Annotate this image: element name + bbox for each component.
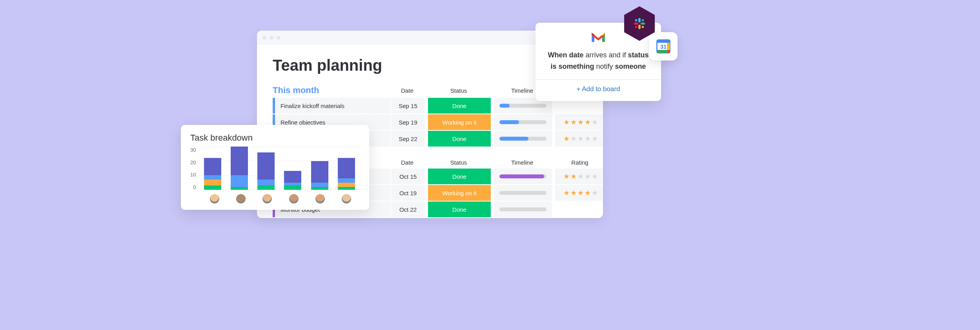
star-icon: ★ <box>570 189 577 197</box>
bar-segment <box>311 187 328 190</box>
star-icon: ★ <box>577 189 584 197</box>
date-cell[interactable]: Sep 15 <box>391 98 425 114</box>
group-name[interactable]: This month <box>273 85 390 95</box>
avatar <box>315 194 325 204</box>
column-header-date[interactable]: Date <box>390 87 424 94</box>
status-cell[interactable]: Working on it <box>428 114 491 130</box>
column-header-status[interactable]: Status <box>427 159 490 166</box>
star-icon: ★ <box>585 172 591 181</box>
star-icon: ★ <box>570 118 577 126</box>
chart-title: Task breakdown <box>190 133 360 143</box>
column-header-date[interactable]: Date <box>390 159 424 166</box>
star-icon: ★ <box>563 189 570 197</box>
star-icon: ★ <box>563 172 570 181</box>
date-cell[interactable]: Oct 15 <box>391 169 425 184</box>
stacked-bar <box>284 171 301 190</box>
timeline-cell[interactable] <box>494 202 552 217</box>
bar-segment <box>311 161 328 183</box>
svg-point-6 <box>642 26 644 28</box>
rating-cell[interactable]: ★★★★★ <box>555 131 603 147</box>
svg-point-4 <box>635 19 638 22</box>
bar-segment <box>284 185 301 190</box>
star-icon: ★ <box>585 189 591 197</box>
star-icon: ★ <box>577 172 584 181</box>
add-to-board-button[interactable]: + Add to board <box>546 85 651 93</box>
automation-recipe-text: When date arrives and if status is somet… <box>546 50 651 72</box>
bar-segment <box>204 180 221 185</box>
avatar <box>236 194 246 204</box>
svg-point-7 <box>635 26 638 28</box>
date-cell[interactable]: Oct 22 <box>391 202 425 217</box>
bar-segment <box>204 175 221 180</box>
bar-segment <box>231 147 248 175</box>
window-dot <box>262 36 266 40</box>
svg-text:31: 31 <box>660 44 667 50</box>
avatar <box>289 194 299 204</box>
bar-segment <box>311 183 328 187</box>
status-cell[interactable]: Done <box>428 131 491 147</box>
date-cell[interactable]: Sep 22 <box>391 131 425 147</box>
y-tick-label: 0 <box>190 184 196 190</box>
star-icon: ★ <box>577 118 584 126</box>
bar-segment <box>284 183 301 185</box>
svg-point-5 <box>642 19 644 22</box>
task-breakdown-chart-card: Task breakdown 3020100 <box>181 125 369 210</box>
svg-rect-11 <box>657 50 667 53</box>
timeline-cell[interactable] <box>494 114 552 130</box>
date-cell[interactable]: Sep 19 <box>391 114 425 130</box>
status-cell[interactable]: Done <box>428 202 491 217</box>
svg-rect-2 <box>638 25 641 29</box>
bar-segment <box>338 178 355 183</box>
timeline-cell[interactable] <box>494 185 552 201</box>
status-cell[interactable]: Done <box>428 169 491 184</box>
status-cell[interactable]: Done <box>428 98 491 114</box>
rating-cell[interactable]: ★★★★★ <box>555 169 603 184</box>
bar-segment <box>257 185 275 190</box>
svg-rect-10 <box>667 50 670 53</box>
stacked-bar <box>231 147 248 190</box>
star-icon: ★ <box>563 118 570 126</box>
star-icon: ★ <box>570 172 577 181</box>
chart-y-axis: 3020100 <box>190 147 199 190</box>
timeline-cell[interactable] <box>494 131 552 147</box>
rating-cell[interactable]: ★★★★★ <box>555 185 603 201</box>
bar-segment <box>231 187 248 190</box>
svg-rect-12 <box>667 43 670 50</box>
star-icon: ★ <box>563 134 570 143</box>
timeline-cell[interactable] <box>494 169 552 184</box>
star-icon: ★ <box>592 118 598 126</box>
task-name-cell[interactable]: Finalize kickoff materials <box>273 98 390 114</box>
column-header-rating[interactable]: Rating <box>554 159 603 166</box>
star-icon: ★ <box>570 134 577 143</box>
svg-rect-9 <box>657 40 670 43</box>
status-cell[interactable]: Working on it <box>428 185 491 201</box>
window-dot <box>277 36 281 40</box>
bar-segment <box>257 180 275 185</box>
slack-icon <box>633 17 646 30</box>
bar-segment <box>338 187 355 190</box>
bar-segment <box>338 183 355 187</box>
star-icon: ★ <box>585 118 591 126</box>
gmail-icon <box>590 31 606 45</box>
svg-rect-1 <box>641 22 645 25</box>
chart-x-axis-avatars <box>201 194 360 204</box>
divider <box>536 79 661 80</box>
svg-rect-0 <box>638 18 641 22</box>
slack-integration-badge[interactable] <box>624 6 655 41</box>
bar-segment <box>338 158 355 178</box>
column-header-status[interactable]: Status <box>427 87 490 94</box>
star-icon: ★ <box>592 189 598 197</box>
rating-cell[interactable]: ★★★★★ <box>555 114 603 130</box>
avatar <box>262 194 272 204</box>
bar-segment <box>231 175 248 187</box>
stacked-bar <box>204 158 221 190</box>
y-tick-label: 10 <box>190 172 196 178</box>
calendar-icon: 31 <box>655 38 672 55</box>
stacked-bar <box>311 161 328 190</box>
svg-rect-3 <box>634 22 638 25</box>
y-tick-label: 30 <box>190 147 196 153</box>
window-dot <box>270 36 273 40</box>
date-cell[interactable]: Oct 19 <box>391 185 425 201</box>
bar-segment <box>257 152 275 180</box>
column-header-timeline[interactable]: Timeline <box>493 159 551 166</box>
